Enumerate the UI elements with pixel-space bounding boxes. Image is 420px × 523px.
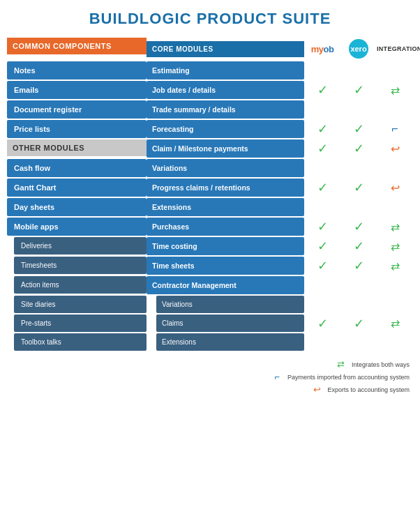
row-mobile: Mobile apps Purchases ✓ ✓ ⇄	[7, 218, 413, 236]
myob-logo: myob	[306, 44, 339, 54]
check-myob-jobdates: ✓	[304, 82, 340, 98]
module-contractor-mgmt: Contractor Management	[147, 276, 304, 294]
row-notes: Notes Estimating	[7, 61, 413, 79]
left-toolbox: Toolbox talks	[7, 333, 147, 351]
left-prestarts: Pre-starts	[7, 314, 147, 332]
xero-logo: xero	[349, 39, 368, 59]
page-title: BUILDLOGIC PRODUCT SUITE	[7, 7, 413, 31]
legend-in: ⌐ Payments imported from accounting syst…	[271, 372, 410, 382]
right-emails: Job dates / details ✓ ✓ ⇄	[147, 81, 413, 99]
item-mobile-apps: Mobile apps	[7, 218, 147, 236]
item-day-sheets: Day sheets	[7, 198, 147, 216]
module-job-dates: Job dates / details	[147, 81, 304, 99]
row-daysheets: Day sheets Extensions	[7, 198, 413, 216]
check-myob-forecast: ✓	[304, 121, 340, 137]
row-other-header: OTHER MODULES Claim / Milestone payments…	[7, 139, 413, 158]
myob-y: y	[319, 44, 324, 54]
legend-out-icon: ↩	[310, 384, 323, 395]
item-timesheets: Timesheets	[14, 257, 147, 274]
left-mobile: Mobile apps	[7, 218, 147, 236]
module-trade-summary: Trade summary / details	[147, 100, 304, 119]
int-both-timecosting: ⇄	[377, 240, 413, 253]
legend-in-text: Payments imported from accounting system	[287, 374, 410, 381]
item-emails: Emails	[7, 81, 147, 99]
right-notes: Estimating	[147, 61, 413, 79]
item-notes: Notes	[7, 61, 147, 79]
module-estimating: Estimating	[147, 61, 304, 79]
right-sub-extensions: Extensions	[147, 333, 413, 351]
module-forecasting: Forecasting	[147, 120, 304, 138]
left-daysheets: Day sheets	[7, 198, 147, 216]
myob-header: myob	[304, 43, 340, 56]
int-out-progress: ↩	[377, 181, 413, 195]
right-variations: Variations	[147, 159, 413, 177]
item-document-register: Document register	[7, 100, 147, 119]
left-timesheets: Timesheets	[7, 257, 147, 275]
right-timesheets: Time sheets ✓ ✓ ⇄	[147, 257, 413, 275]
right-contractor-mgmt: Contractor Management	[147, 276, 413, 294]
core-modules-header: CORE MODULES	[147, 41, 304, 57]
module-purchases: Purchases	[147, 218, 304, 236]
left-action-items: Action items	[7, 276, 147, 294]
check-xero-claim: ✓	[340, 141, 377, 156]
left-emails: Emails	[7, 81, 147, 99]
row-cashflow: Cash flow Variations	[7, 159, 413, 177]
page-wrapper: BUILDLOGIC PRODUCT SUITE COMMON COMPONEN…	[0, 0, 420, 409]
check-xero-cclaims: ✓	[340, 316, 377, 331]
left-cashflow: Cash flow	[7, 159, 147, 177]
other-modules-header: OTHER MODULES	[7, 139, 147, 156]
left-gantt: Gantt Chart	[7, 179, 147, 197]
left-header: COMMON COMPONENTS	[7, 38, 147, 60]
right-sub-claims: Claims ✓ ✓ ⇄	[147, 314, 413, 332]
legend-both: ⇄ Integrates both ways	[335, 359, 410, 370]
int-both-jobdates: ⇄	[377, 84, 413, 97]
row-gantt: Gantt Chart Progress claims / retentions…	[7, 179, 413, 197]
row-emails: Emails Job dates / details ✓ ✓ ⇄	[7, 81, 413, 99]
int-both-timesheets: ⇄	[377, 259, 413, 273]
right-claim: Claim / Milestone payments ✓ ✓ ↩	[147, 139, 413, 158]
legend: ⇄ Integrates both ways ⌐ Payments import…	[7, 359, 413, 395]
row-prestarts: Pre-starts Claims ✓ ✓ ⇄	[7, 314, 413, 332]
module-claim-milestone: Claim / Milestone payments	[147, 139, 304, 158]
right-pricelists: Forecasting ✓ ✓ ⌐	[147, 120, 413, 138]
check-xero-timecosting: ✓	[340, 238, 377, 254]
module-time-sheets: Time sheets	[147, 257, 304, 275]
left-docreg: Document register	[7, 100, 147, 119]
module-contractor-claims: Claims	[156, 314, 304, 332]
check-myob-timecosting: ✓	[304, 238, 340, 254]
item-site-diaries: Site diaries	[14, 296, 147, 313]
check-xero-jobdates: ✓	[340, 82, 377, 98]
item-pre-starts: Pre-starts	[14, 314, 147, 332]
item-gantt-chart: Gantt Chart	[7, 179, 147, 197]
header-row: COMMON COMPONENTS CORE MODULES myob xero…	[7, 38, 413, 60]
myob-o: o	[323, 44, 328, 54]
int-both-cclaims: ⇄	[377, 317, 413, 330]
right-progress: Progress claims / retentions ✓ ✓ ↩	[147, 179, 413, 197]
common-components-header: COMMON COMPONENTS	[7, 38, 147, 54]
left-other-header: OTHER MODULES	[7, 139, 147, 158]
right-timecosting: Time costing ✓ ✓ ⇄	[147, 237, 413, 255]
check-xero-progress: ✓	[340, 180, 377, 195]
legend-both-icon: ⇄	[335, 359, 347, 370]
int-out-claim: ↩	[377, 142, 413, 156]
check-xero-purchases: ✓	[340, 219, 377, 234]
row-pricelists: Price lists Forecasting ✓ ✓ ⌐	[7, 120, 413, 138]
row-deliveries: Deliveries Time costing ✓ ✓ ⇄	[7, 237, 413, 255]
item-cash-flow: Cash flow	[7, 159, 147, 177]
check-myob-cclaims: ✓	[304, 316, 340, 331]
row-timesheets: Timesheets Time sheets ✓ ✓ ⇄	[7, 257, 413, 275]
row-docreg: Document register Trade summary / detail…	[7, 100, 413, 119]
myob-b: b	[329, 44, 333, 54]
module-progress-claims: Progress claims / retentions	[147, 179, 304, 197]
module-extensions: Extensions	[147, 198, 304, 216]
xero-header: xero	[340, 38, 377, 60]
module-time-costing: Time costing	[147, 237, 304, 255]
right-purchases: Purchases ✓ ✓ ⇄	[147, 218, 413, 236]
int-in-forecast: ⌐	[377, 123, 413, 135]
item-deliveries: Deliveries	[14, 237, 147, 255]
right-sub-variations: Variations	[147, 296, 413, 313]
right-header-area: CORE MODULES myob xero INTEGRATION	[147, 38, 413, 60]
left-pricelists: Price lists	[7, 120, 147, 138]
row-site-diaries: Site diaries Variations	[7, 296, 413, 313]
item-action-items: Action items	[14, 276, 147, 294]
